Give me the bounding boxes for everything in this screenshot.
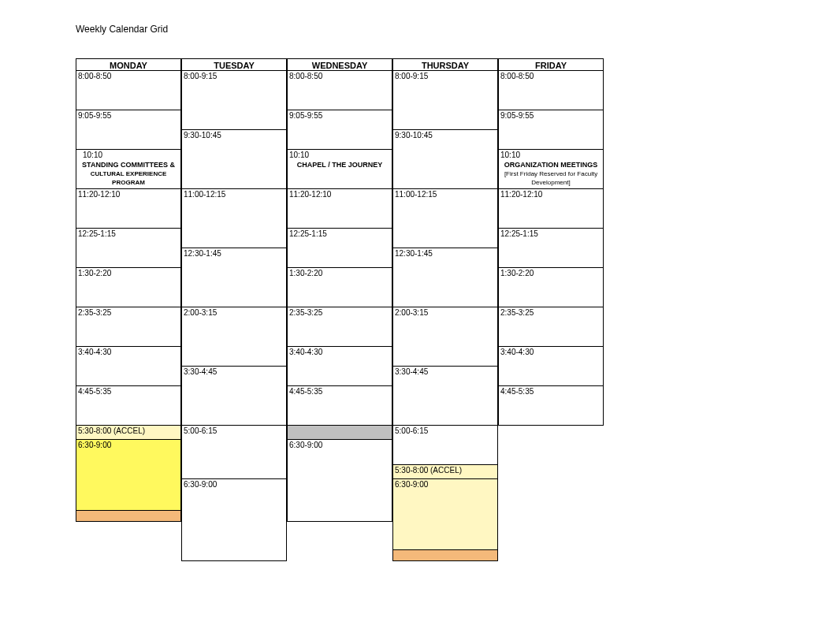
slot: 3:40-4:30 — [287, 347, 392, 386]
slot: 2:00-3:15 — [181, 307, 287, 367]
slot-gray — [287, 426, 392, 440]
slot: 10:10 CHAPEL / THE JOURNEY — [287, 150, 392, 189]
slot: 8:00-8:50 — [287, 71, 392, 110]
slot: 12:25-1:15 — [287, 229, 392, 268]
slot: 3:40-4:30 — [76, 347, 181, 386]
slot: 8:00-8:50 — [76, 71, 181, 110]
slot: 12:25-1:15 — [76, 229, 181, 268]
slot: 3:30-4:45 — [392, 367, 498, 426]
col-thursday: THURSDAY 8:00-9:15 9:30-10:45 11:00-12:1… — [392, 58, 498, 561]
slot: 8:00-9:15 — [392, 71, 498, 130]
slot: 11:20-12:10 — [76, 189, 181, 229]
slot: 11:00-12:15 — [392, 189, 498, 248]
slot-evening: 6:30-9:00 — [392, 479, 498, 550]
slot-accel: 5:30-8:00 (ACCEL) — [76, 426, 181, 440]
slot: 12:25-1:15 — [498, 229, 604, 268]
slot: 9:05-9:55 — [287, 110, 392, 150]
slot: 9:30-10:45 — [181, 130, 287, 189]
slot: 11:20-12:10 — [498, 189, 604, 229]
slot-footer — [392, 550, 498, 561]
slot: 4:45-5:35 — [76, 386, 181, 426]
header-tuesday: TUESDAY — [181, 58, 287, 71]
header-friday: FRIDAY — [498, 58, 604, 71]
slot: 2:00-3:15 — [392, 307, 498, 367]
slot: 3:40-4:30 — [498, 347, 604, 386]
slot: 11:00-12:15 — [181, 189, 287, 248]
slot: 4:45-5:35 — [287, 386, 392, 426]
slot: 8:00-9:15 — [181, 71, 287, 130]
col-tuesday: TUESDAY 8:00-9:15 9:30-10:45 11:00-12:15… — [181, 58, 287, 561]
slot: 2:35-3:25 — [76, 307, 181, 347]
slot-footer — [76, 511, 181, 522]
slot: 1:30-2:20 — [76, 268, 181, 307]
slot-evening: 6:30-9:00 — [181, 479, 287, 561]
col-wednesday: WEDNESDAY 8:00-8:50 9:05-9:55 10:10 CHAP… — [287, 58, 392, 522]
header-wednesday: WEDNESDAY — [287, 58, 392, 71]
slot: 5:00-6:15 — [392, 426, 498, 465]
slot-evening: 6:30-9:00 — [287, 440, 392, 522]
header-monday: MONDAY — [76, 58, 181, 71]
slot: 12:30-1:45 — [392, 248, 498, 307]
slot: 8:00-8:50 — [498, 71, 604, 110]
header-thursday: THURSDAY — [392, 58, 498, 71]
slot: 12:30-1:45 — [181, 248, 287, 307]
slot: 1:30-2:20 — [287, 268, 392, 307]
slot-evening: 6:30-9:00 — [76, 440, 181, 511]
slot-accel: 5:30-8:00 (ACCEL) — [392, 465, 498, 479]
slot: 2:35-3:25 — [287, 307, 392, 347]
slot: 2:35-3:25 — [498, 307, 604, 347]
col-monday: MONDAY 8:00-8:50 9:05-9:55 10:10 STANDIN… — [76, 58, 181, 522]
slot: 9:05-9:55 — [498, 110, 604, 150]
slot: 10:10 STANDING COMMITTEES & CULTURAL EXP… — [76, 150, 181, 189]
slot: 10:10 ORGANIZATION MEETINGS [First Frida… — [498, 150, 604, 189]
slot: 1:30-2:20 — [498, 268, 604, 307]
slot: 11:20-12:10 — [287, 189, 392, 229]
slot: 9:30-10:45 — [392, 130, 498, 189]
page-title: Weekly Calendar Grid — [76, 24, 785, 35]
slot: 5:00-6:15 — [181, 426, 287, 479]
calendar-grid: MONDAY 8:00-8:50 9:05-9:55 10:10 STANDIN… — [76, 58, 604, 610]
slot: 4:45-5:35 — [498, 386, 604, 426]
col-friday: FRIDAY 8:00-8:50 9:05-9:55 10:10 ORGANIZ… — [498, 58, 604, 426]
page: Weekly Calendar Grid MONDAY 8:00-8:50 9:… — [0, 0, 785, 642]
slot: 3:30-4:45 — [181, 367, 287, 426]
slot: 9:05-9:55 — [76, 110, 181, 150]
